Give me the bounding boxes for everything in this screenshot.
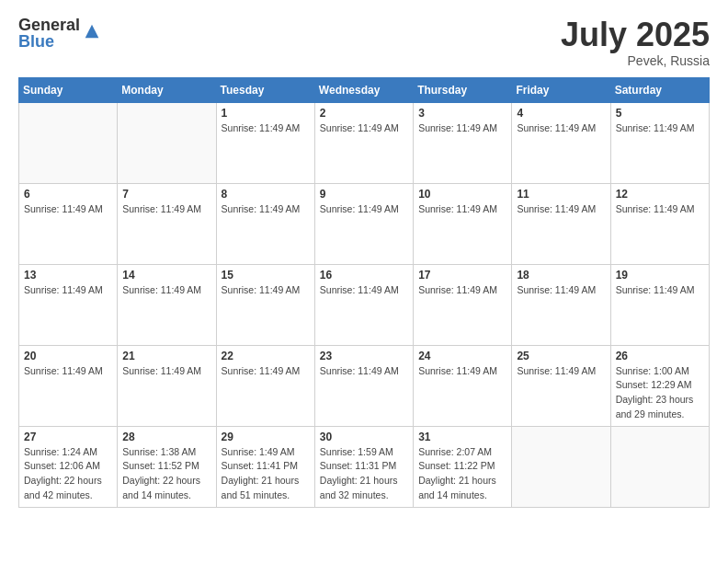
day-info: Sunrise: 11:49 AM bbox=[222, 364, 310, 379]
calendar-cell: 1Sunrise: 11:49 AM bbox=[216, 102, 314, 183]
day-number: 6 bbox=[24, 188, 112, 201]
logo-icon bbox=[82, 21, 102, 41]
calendar-cell: 17Sunrise: 11:49 AM bbox=[414, 264, 512, 345]
logo: General Blue bbox=[18, 17, 102, 50]
day-info: Sunrise: 2:07 AMSunset: 11:22 PMDaylight… bbox=[418, 445, 506, 503]
day-number: 15 bbox=[222, 269, 310, 282]
day-number: 5 bbox=[616, 107, 704, 120]
day-number: 25 bbox=[517, 350, 605, 362]
weekday-header-sunday: Sunday bbox=[19, 77, 118, 102]
day-info: Sunrise: 11:49 AM bbox=[616, 202, 704, 217]
calendar-cell: 28Sunrise: 1:38 AMSunset: 11:52 PMDaylig… bbox=[118, 426, 216, 507]
day-number: 27 bbox=[24, 431, 112, 443]
day-info: Sunrise: 11:49 AM bbox=[320, 121, 408, 136]
calendar-cell: 21Sunrise: 11:49 AM bbox=[118, 345, 216, 426]
day-number: 14 bbox=[122, 269, 210, 282]
day-number: 1 bbox=[222, 107, 310, 120]
day-info: Sunrise: 1:38 AMSunset: 11:52 PMDaylight… bbox=[122, 445, 210, 503]
calendar-week-row: 13Sunrise: 11:49 AM14Sunrise: 11:49 AM15… bbox=[19, 264, 710, 345]
day-number: 16 bbox=[320, 269, 408, 282]
day-info: Sunrise: 11:49 AM bbox=[320, 202, 408, 217]
calendar-cell: 6Sunrise: 11:49 AM bbox=[19, 183, 118, 264]
day-info: Sunrise: 1:49 AMSunset: 11:41 PMDaylight… bbox=[222, 445, 310, 503]
calendar-week-row: 1Sunrise: 11:49 AM2Sunrise: 11:49 AM3Sun… bbox=[19, 102, 710, 183]
calendar-cell: 23Sunrise: 11:49 AM bbox=[314, 345, 413, 426]
day-number: 17 bbox=[418, 269, 506, 282]
calendar-week-row: 27Sunrise: 1:24 AMSunset: 12:06 AMDaylig… bbox=[19, 426, 710, 507]
day-info: Sunrise: 11:49 AM bbox=[418, 121, 506, 136]
weekday-header-row: SundayMondayTuesdayWednesdayThursdayFrid… bbox=[19, 77, 710, 102]
calendar-cell: 29Sunrise: 1:49 AMSunset: 11:41 PMDaylig… bbox=[216, 426, 314, 507]
day-number: 19 bbox=[616, 269, 704, 282]
day-number: 20 bbox=[24, 350, 112, 362]
day-number: 21 bbox=[122, 350, 210, 362]
svg-marker-0 bbox=[85, 25, 99, 39]
day-number: 30 bbox=[320, 431, 408, 443]
day-info: Sunrise: 1:24 AMSunset: 12:06 AMDaylight… bbox=[24, 445, 112, 503]
calendar-cell: 3Sunrise: 11:49 AM bbox=[414, 102, 512, 183]
calendar-cell: 26Sunrise: 1:00 AMSunset: 12:29 AMDaylig… bbox=[610, 345, 709, 426]
day-info: Sunrise: 11:49 AM bbox=[418, 364, 506, 379]
day-info: Sunrise: 11:49 AM bbox=[517, 283, 605, 298]
day-number: 13 bbox=[24, 269, 112, 282]
calendar-cell: 9Sunrise: 11:49 AM bbox=[314, 183, 413, 264]
logo-blue: Blue bbox=[18, 33, 80, 50]
day-info: Sunrise: 1:00 AMSunset: 12:29 AMDaylight… bbox=[616, 364, 704, 422]
logo-text: General Blue bbox=[18, 17, 80, 50]
weekday-header-saturday: Saturday bbox=[610, 77, 709, 102]
calendar-cell: 11Sunrise: 11:49 AM bbox=[512, 183, 610, 264]
calendar-cell: 24Sunrise: 11:49 AM bbox=[414, 345, 512, 426]
weekday-header-monday: Monday bbox=[118, 77, 216, 102]
day-info: Sunrise: 11:49 AM bbox=[320, 283, 408, 298]
day-number: 4 bbox=[517, 107, 605, 120]
day-info: Sunrise: 11:49 AM bbox=[418, 283, 506, 298]
day-info: Sunrise: 11:49 AM bbox=[24, 283, 112, 298]
logo-general: General bbox=[18, 17, 80, 33]
day-number: 3 bbox=[418, 107, 506, 120]
day-number: 12 bbox=[616, 188, 704, 201]
day-info: Sunrise: 11:49 AM bbox=[122, 202, 210, 217]
day-number: 9 bbox=[320, 188, 408, 201]
calendar-cell: 2Sunrise: 11:49 AM bbox=[314, 102, 413, 183]
day-info: Sunrise: 11:49 AM bbox=[616, 121, 704, 136]
weekday-header-tuesday: Tuesday bbox=[216, 77, 314, 102]
header: General Blue July 2025 Pevek, Russia bbox=[18, 17, 710, 68]
title-location: Pevek, Russia bbox=[561, 53, 710, 68]
day-number: 28 bbox=[122, 431, 210, 443]
day-info: Sunrise: 11:49 AM bbox=[24, 202, 112, 217]
calendar-cell: 31Sunrise: 2:07 AMSunset: 11:22 PMDaylig… bbox=[414, 426, 512, 507]
day-number: 24 bbox=[418, 350, 506, 362]
calendar-cell: 20Sunrise: 11:49 AM bbox=[19, 345, 118, 426]
calendar-cell bbox=[610, 426, 709, 507]
calendar-cell: 25Sunrise: 11:49 AM bbox=[512, 345, 610, 426]
calendar-cell: 16Sunrise: 11:49 AM bbox=[314, 264, 413, 345]
day-number: 2 bbox=[320, 107, 408, 120]
day-info: Sunrise: 11:49 AM bbox=[616, 283, 704, 298]
day-number: 8 bbox=[222, 188, 310, 201]
calendar-cell: 7Sunrise: 11:49 AM bbox=[118, 183, 216, 264]
calendar-table: SundayMondayTuesdayWednesdayThursdayFrid… bbox=[18, 77, 710, 508]
weekday-header-wednesday: Wednesday bbox=[314, 77, 413, 102]
day-number: 23 bbox=[320, 350, 408, 362]
calendar-week-row: 6Sunrise: 11:49 AM7Sunrise: 11:49 AM8Sun… bbox=[19, 183, 710, 264]
calendar-cell: 27Sunrise: 1:24 AMSunset: 12:06 AMDaylig… bbox=[19, 426, 118, 507]
calendar-cell bbox=[118, 102, 216, 183]
day-info: Sunrise: 11:49 AM bbox=[222, 121, 310, 136]
day-info: Sunrise: 11:49 AM bbox=[222, 202, 310, 217]
day-info: Sunrise: 11:49 AM bbox=[122, 283, 210, 298]
day-info: Sunrise: 11:49 AM bbox=[222, 283, 310, 298]
day-info: Sunrise: 11:49 AM bbox=[517, 121, 605, 136]
title-block: July 2025 Pevek, Russia bbox=[561, 17, 710, 68]
calendar-cell: 22Sunrise: 11:49 AM bbox=[216, 345, 314, 426]
weekday-header-friday: Friday bbox=[512, 77, 610, 102]
calendar-cell bbox=[19, 102, 118, 183]
day-info: Sunrise: 11:49 AM bbox=[122, 364, 210, 379]
calendar-cell bbox=[512, 426, 610, 507]
calendar-cell: 13Sunrise: 11:49 AM bbox=[19, 264, 118, 345]
day-info: Sunrise: 1:59 AMSunset: 11:31 PMDaylight… bbox=[320, 445, 408, 503]
day-number: 7 bbox=[122, 188, 210, 201]
day-number: 29 bbox=[222, 431, 310, 443]
day-number: 18 bbox=[517, 269, 605, 282]
day-info: Sunrise: 11:49 AM bbox=[320, 364, 408, 379]
calendar-page: General Blue July 2025 Pevek, Russia Sun… bbox=[0, 0, 728, 563]
